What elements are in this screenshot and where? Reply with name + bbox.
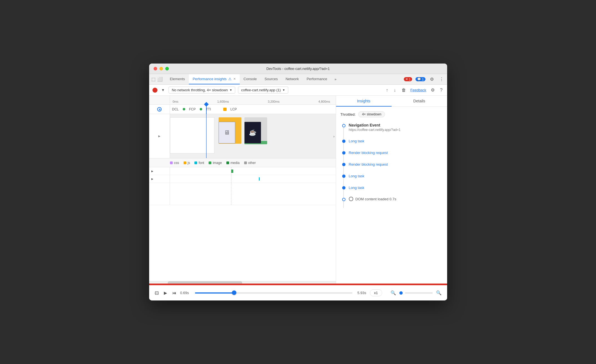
scrubber-thumb[interactable] [232,290,236,295]
cursor-icon: ⬚ [151,77,156,82]
insights-content: Throttled: 4× slowdown Navigation Event … [336,107,447,284]
screenshot-thumb-1: 🖥 [219,122,235,143]
long-task-1-link[interactable]: Long task [349,139,364,143]
devtools-window: DevTools - coffee-cart.netlify.app/?ad=1… [149,64,447,300]
tab-performance[interactable]: Performance [303,74,331,84]
render-blocking-2-link[interactable]: Render blocking request [349,162,388,166]
tab-performance-insights[interactable]: Performance insights ⚠ ✕ [189,74,240,84]
tti-label: TTI [206,107,211,111]
network-bar-green [231,170,233,173]
tab-network[interactable]: Network [282,74,303,84]
timeline-scrubber[interactable] [195,292,352,294]
skip-start-button[interactable]: ⏮ [171,289,177,296]
font-swatch [194,161,197,164]
settings-icon-button[interactable]: ⚙ [430,86,436,94]
more-tabs-button[interactable]: » [332,76,339,82]
marker-3200ms: 3,200ms [268,100,279,103]
legend-font: font [194,161,204,165]
long-task-2-link[interactable]: Long task [349,174,364,178]
dom-circle-icon [349,197,353,201]
throttle-badge: 4× slowdown [358,111,385,117]
tti-dot [200,108,202,110]
long-task-1-dot [342,140,345,143]
dropdown-arrow-button[interactable]: ▼ [160,87,166,93]
legend-js: js [184,161,190,165]
dashed-line-2 [231,175,231,183]
row-2-content [170,175,336,183]
speed-control[interactable]: x1 [370,289,382,296]
network-row-3 [149,183,336,205]
legend-other: other [244,161,256,165]
row-2-label: ▶ [149,175,170,183]
tab-elements[interactable]: Elements [166,74,189,84]
error-badge[interactable]: ✕ 1 [404,77,412,81]
timeline-panel: 0ms 1,600ms 3,200ms 4,800ms ◑ DCL FCP [149,96,336,284]
expand-right-arrow[interactable]: › [333,134,334,138]
cursor-indicator-line [206,105,207,114]
play-button[interactable]: ▶ [163,289,168,297]
tab-close-icon[interactable]: ✕ [233,77,236,81]
tab-insights[interactable]: Insights [336,96,392,107]
dcl-circle: ◑ [157,107,162,112]
chevron-down-icon: ▼ [229,89,232,92]
marker-1600ms: 1,600ms [217,100,229,103]
zoom-controls: 🔍 🔍 [389,289,443,297]
nav-event-url: https://coffee-cart.netlify.app/?ad=1 [349,128,443,132]
css-swatch [170,161,173,164]
screenshot-thumb-2: ☕ [244,122,261,143]
expand-arrow-2[interactable]: ▶ [151,178,153,180]
zoom-out-button[interactable]: 🔍 [389,289,397,297]
network-throttle-dropdown[interactable]: No network throttling, 4× slowdown ▼ [169,87,235,93]
long-task-3-dot [342,186,345,189]
scrollbar[interactable] [149,281,336,284]
feedback-button[interactable]: Feedback [410,88,426,92]
record-button[interactable] [152,88,157,93]
network-rows: ▶ ▶ [149,167,336,281]
expand-arrow-left[interactable]: ▶ [158,135,161,138]
tab-right-icons: ✕ 1 💬 1 ⚙ ⋮ [404,75,445,83]
close-button[interactable] [154,67,157,70]
bottom-control-bar: ⊡ ▶ ⏮ 0.69s 5.93s x1 🔍 [149,284,447,300]
delete-button[interactable]: 🗑 [400,87,407,94]
scrollbar-thumb[interactable] [168,281,242,284]
nav-event-dot [342,124,345,127]
settings-button[interactable]: ⚙ [429,75,435,83]
network-bar-cyan [259,177,260,181]
media-swatch [226,161,229,164]
help-button[interactable]: ? [439,87,444,94]
upload-button[interactable]: ↑ [385,87,389,94]
target-dropdown[interactable]: coffee-cart.netlify.app (1) ▼ [238,87,288,93]
screen-capture-button[interactable]: ⊡ [154,289,160,297]
more-options-button[interactable]: ⋮ [438,75,445,83]
time-end-label: 5.93s [357,291,367,295]
tab-sources[interactable]: Sources [261,74,282,84]
white-frame [170,117,214,153]
throttle-row: Throttled: 4× slowdown [340,111,443,117]
network-row-1: ▶ [149,167,336,175]
filmstrip: ▶ 🖥 ☕ [149,114,336,158]
render-blocking-1-link[interactable]: Render blocking request [349,151,388,155]
insights-panel: Insights Details Throttled: 4× slowdown [336,96,447,284]
scrubber-track [195,292,234,294]
marker-0ms: 0ms [173,100,179,103]
download-button[interactable]: ↓ [393,87,397,94]
long-task-3-link[interactable]: Long task [349,186,364,190]
inspect-icon: ⬜ [157,77,163,82]
zoom-slider[interactable] [405,292,433,294]
zoom-dot [399,291,403,295]
toolbar-right: ↑ ↓ 🗑 Feedback ⚙ ? [385,86,444,94]
tab-bar: ⬚ ⬜ Elements Performance insights ⚠ ✕ Co… [149,74,447,85]
dashed-line-3 [231,183,231,205]
legend-image: image [209,161,222,165]
minimize-button[interactable] [159,67,163,70]
zoom-in-button[interactable]: 🔍 [435,289,443,297]
warning-icon: ⚠ [228,77,232,81]
maximize-button[interactable] [165,67,169,70]
chevron-down-icon: ▼ [282,89,285,92]
expand-arrow-1[interactable]: ▶ [151,170,153,173]
tab-console[interactable]: Console [240,74,261,84]
message-badge[interactable]: 💬 1 [415,77,425,81]
event-render-blocking-2: Render blocking request [349,162,443,167]
tab-details[interactable]: Details [392,96,447,107]
lcp-icon [223,108,227,111]
